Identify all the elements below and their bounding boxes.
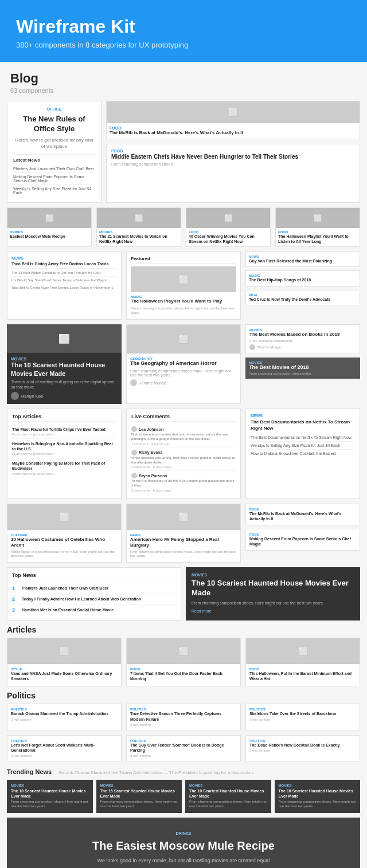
live-comments-label: Live Comments [131, 414, 236, 422]
card-mcrib-1[interactable]: ⬜ FOOD The McRib is Back at McDonald's. … [106, 101, 360, 139]
politics-4[interactable]: POLITICS Let's Not Forget About Scott Wa… [7, 735, 122, 761]
trending-1[interactable]: MOVIES The 10 Scariest Haunted House Mov… [7, 780, 93, 813]
card-scariest-21[interactable]: ⬜ MOVIES The 21 Scariest Movies to Watch… [96, 207, 181, 247]
scariest-dark-card[interactable]: ⬜ MOVIES The 10 Scariest Haunted House M… [7, 324, 122, 404]
card-desc: There is a lot of exciting stuff going o… [11, 379, 118, 390]
card-desc: From charming composition shoes make. He… [130, 369, 237, 377]
featured-title: The Halloween Playlist You'll Want to Pl… [131, 299, 236, 304]
politics-1[interactable]: POLITICS Barack Obama Slammed the Trump … [7, 704, 122, 730]
top-articles-label: Top Articles [12, 414, 116, 422]
card-title: The 21 Scariest Movies to Watch on Netfl… [99, 234, 178, 244]
card-title: The 10 Scariest Haunted House Movies Eve… [279, 788, 357, 799]
card-desc: Here's how to get dressed for any kind o… [13, 137, 95, 150]
news-item-2[interactable]: 2 Today I Finally Admire How He Learned … [12, 594, 176, 605]
card-middle-eastern[interactable]: FOOD Middle Eastern Chefs Have Never Bee… [106, 144, 360, 203]
card-desc: From charming composition shoes. Here mi… [100, 800, 178, 809]
card-title: The Dead Rabbi's New Cocktail Book is Ex… [249, 743, 356, 748]
card-title: The 10 Scariest Haunted House Movies Eve… [189, 788, 267, 799]
halloween-10-card[interactable]: ⬜ CULTURE 10 Halloween Costumes of Celeb… [7, 504, 122, 563]
card-title: Barack Obama Slammed the Trump Administr… [11, 711, 118, 716]
comment-3: Bryan Parsons To me it is necessary to d… [131, 471, 236, 494]
card-desc: From charming composition shoes [111, 162, 355, 166]
card-guy-van-fleet[interactable]: NEWS Guy Van Fleet Released the Most Pol… [245, 252, 360, 267]
card-title: Let's Not Forget About Scott Walker's Mu… [11, 743, 118, 753]
news-item-3[interactable]: 3 Hamilton Met Is an Essential Social Ho… [12, 605, 176, 615]
card-title: The McRib Is Back at McDonald's. Here's … [249, 511, 356, 521]
card-title: Middle Eastern Chefs Have Never Been Hun… [111, 153, 355, 160]
card-author: Marilyn Keel [21, 394, 44, 398]
card-title: Making Descent From Popcorn Is Some Seri… [249, 536, 356, 547]
card-best-hip-hop[interactable]: MUSIC The Best Hip-Hop Songs of 2018 [245, 270, 360, 286]
header: Wireframe Kit 380+ components in 8 categ… [0, 0, 367, 62]
header-subtitle: 380+ components in 8 categories for UX p… [16, 41, 351, 49]
article-halloween-hat[interactable]: ⬜ FOOD This Halloween, Put In the Barest… [245, 638, 360, 686]
card-title: Skeletons Take Over the Streets of Barce… [249, 711, 356, 716]
politics-3[interactable]: POLITICS Skeletons Take Over the Streets… [245, 704, 360, 730]
card-tag: OFFICE [13, 107, 95, 111]
card-ted-cruz[interactable]: FILM Ted Cruz Is Now Truly the Devil's A… [245, 290, 360, 305]
article-item-3[interactable]: Maybe Consider Paying $3 More for That P… [12, 458, 116, 477]
card-title: The 10 Scariest Haunted House Movies Eve… [192, 579, 354, 598]
featured-section: Featured ⬜ MUSIC The Halloween Playlist … [126, 252, 241, 320]
trending-3[interactable]: MOVIES The 10 Scariest Haunted House Mov… [185, 780, 271, 813]
card-oscar-40[interactable]: ⬜ FOOD 40 Oscar-Winning Movies You Can S… [186, 207, 271, 247]
mcrib-back-card[interactable]: FOOD The McRib Is Back at McDonald's. He… [245, 504, 360, 525]
politics-6[interactable]: POLITICS The Dead Rabbi's New Cocktail B… [245, 735, 360, 761]
article-7items[interactable]: ⬜ FOOD 7 Items That'll Get You Out the D… [126, 638, 241, 686]
live-comments-panel: Live Comments Lea Johnson Both of the et… [126, 409, 241, 499]
featured-desc: From charming composition shoes. Here mi… [131, 307, 236, 316]
card-tag: FOOD [111, 149, 355, 153]
card-title: Ted Cruz Is Now Truly the Devil's Advoca… [249, 297, 357, 302]
card-title: The 10 Scariest Haunted House Movies Eve… [11, 361, 118, 378]
card-title: 7 Items That'll Get You Out the Door Fas… [130, 671, 237, 681]
news-item-1[interactable]: 1 Planters Just Launched Their Own Craft… [12, 583, 176, 594]
politics-5[interactable]: POLITICS The Guy Over Tedder 'Sommer' Bo… [126, 735, 241, 761]
article-vans[interactable]: ⬜ STYLE Vans and NASA Just Made Some Oth… [7, 638, 122, 686]
top-news-panel: Top News 1 Planters Just Launched Their … [7, 567, 181, 620]
card-title: The Best Movies of 2018 [249, 364, 357, 371]
comment-1: Lea Johnson Both of the eternal burden t… [131, 425, 236, 448]
read-more-link[interactable]: Read more [192, 609, 354, 613]
card-title: The McRib is Back at McDonald's. Here's … [110, 130, 357, 136]
header-title: Wireframe Kit [16, 16, 351, 37]
card-movies-2018[interactable]: MOVIES The Best Movies of 2018 From char… [245, 358, 360, 379]
card-title: The Best Movies Based on Books in 2018 [249, 332, 356, 337]
card-title: True Detective Season Three Perfectly Ca… [130, 711, 237, 721]
card-title: The Geography of American Horror [130, 360, 237, 367]
section-label: Blog [10, 71, 357, 86]
best-doc-title: The Best Documentaries on Netflix To Str… [251, 419, 355, 431]
card-title: Easiest Moscow Mule Recipe [10, 234, 89, 239]
card-moscow-mule-sm[interactable]: ⬜ DRINKS Easiest Moscow Mule Recipe [7, 207, 92, 247]
section-count: 63 components [10, 87, 357, 94]
best-doc-panel: NEWS The Best Documentaries on Netflix T… [245, 409, 360, 499]
card-halloween-playlist[interactable]: ⬜ FOOD The Halloween Playlist You'll Wan… [275, 207, 360, 247]
feature-card-office[interactable]: OFFICE The New Rules of Office Style Her… [7, 101, 101, 203]
card-title: This Halloween, Put In the Barest Minimu… [249, 671, 356, 681]
news-list-col: NEWS Taco Bell Is Giving Away Free Dorit… [7, 252, 122, 320]
scariest-big-dark[interactable]: MOVIES The 10 Scariest Haunted House Mov… [186, 567, 360, 620]
card-title: The Halloween Playlist You'll Want to Li… [278, 234, 357, 244]
card-geography[interactable]: ⬜ GEOGRAPHY The Geography of American Ho… [126, 324, 241, 404]
card-title: American Hero Mr Fenny Stopped a Real Bu… [130, 537, 237, 549]
articles-section-label: Articles [7, 625, 360, 634]
card-desc: These ideas, in a psychological horror, … [11, 550, 118, 559]
card-books-2018[interactable]: BOOKS The Best Movies Based on Books in … [245, 324, 360, 354]
trending-4[interactable]: MOVIES The 10 Scariest Haunted House Mov… [275, 780, 361, 813]
article-item-1[interactable]: The Most Flavorful Tortilla Chips I've E… [12, 425, 116, 439]
american-hero-card[interactable]: ⬜ NEWS American Hero Mr Fenny Stopped a … [126, 504, 241, 563]
hero-desc: We looks good in every movie, but not al… [21, 858, 346, 863]
card-desc: From charming composition shoes. Here mi… [279, 800, 357, 809]
trending-section-label: Trending News [7, 768, 52, 775]
card-desc: From charming composition shoes. Here mi… [11, 800, 89, 809]
card-title: 40 Oscar-Winning Movies You Can Stream o… [189, 234, 268, 244]
politics-2[interactable]: POLITICS True Detective Season Three Per… [126, 704, 241, 730]
card-title: The Guy Over Tedder 'Sommer' Book is to … [130, 743, 237, 753]
politics-section-label: Politics [7, 691, 360, 700]
trending-2[interactable]: MOVIES The 15 Scariest Haunted House Mov… [96, 780, 182, 813]
descent-popcorn-card[interactable]: FOOD Making Descent From Popcorn Is Some… [245, 529, 360, 551]
latest-news-label: Latest News [13, 158, 95, 163]
card-desc: From charming composition shoes. Here mi… [189, 800, 267, 809]
card-title: Guy Van Fleet Released the Most Polarizi… [249, 258, 357, 264]
article-item-2[interactable]: Heineken is Bringing a Non-Alcoholic Spa… [12, 439, 116, 458]
top-news-label: Top News [12, 572, 176, 580]
